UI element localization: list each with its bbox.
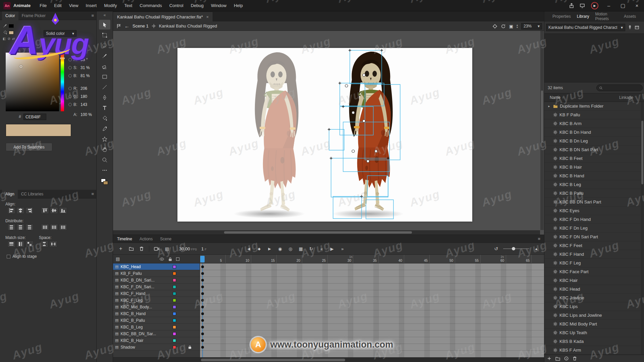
go-to-first-frame-button[interactable]: « [319,246,325,251]
layer-row[interactable]: ▤Shadow [113,344,200,351]
align-top-button[interactable] [41,207,49,214]
new-folder-button[interactable] [555,357,560,361]
menu-text[interactable]: Text [120,0,136,11]
layer-name[interactable]: KBC_Head [120,264,141,269]
align-to-stage-checkbox[interactable]: Align to stage [7,254,37,259]
g-radio[interactable] [68,95,72,98]
expander-icon[interactable]: ▸ [547,104,551,108]
breadcrumb-scene[interactable]: Scene 1 [132,23,149,28]
distribute-right-button[interactable] [59,224,67,231]
timeline-zoom-slider[interactable] [503,247,529,251]
tab-assets[interactable]: Assets [624,14,636,19]
sort-arrow-icon[interactable]: ↑ [562,96,564,100]
zoom-spin-down[interactable]: ▾ [517,26,518,28]
frame-row[interactable] [200,290,544,297]
zoom-level-select[interactable]: 23% ▾ [521,23,542,29]
match-width-button[interactable] [7,241,15,247]
color-gradient-cursor[interactable] [19,65,22,68]
stroke-color-icon[interactable] [3,23,7,28]
menu-file[interactable]: File [36,0,50,11]
delete-item-button[interactable] [573,356,577,361]
layer-row[interactable]: ▤KB_F_Pallu [113,270,200,277]
color-type-dropdown[interactable]: Solid color ▾ [44,30,76,37]
r-value[interactable]: 206 [80,86,87,91]
layer-color-chip[interactable] [173,319,176,322]
menu-edit[interactable]: Edit [50,0,65,11]
breadcrumb-symbol[interactable]: Kankaal Bahu Chudail Rigged [159,23,217,28]
b-radio[interactable] [68,74,72,77]
keyframe-dot[interactable] [201,286,204,288]
library-item[interactable]: KBC B Arm [544,119,644,128]
no-color-icon[interactable]: ⊘ [7,37,10,41]
library-item[interactable]: KBC F DN Sari Part [544,233,644,241]
align-center-h-button[interactable] [16,207,24,214]
new-library-panel-icon[interactable] [635,25,639,30]
hex-input[interactable] [23,114,46,120]
keyframe-dot[interactable] [201,312,204,315]
playhead-marker[interactable] [200,256,205,262]
frame-rate-control[interactable]: 30.00FPS [179,246,197,251]
test-movie-button[interactable]: ▶ [591,2,598,9]
layer-color-chip[interactable] [173,272,176,275]
stage-area[interactable] [113,31,544,235]
clip-content-icon[interactable]: ▣ [509,24,513,29]
default-colors-icon[interactable]: ◧ [3,37,6,41]
frame-row[interactable] [200,270,544,277]
keyframe-dot[interactable] [201,306,204,308]
match-height-button[interactable] [16,241,24,247]
reset-timeline-zoom-button[interactable]: ↺ [493,246,499,251]
layers-stack-icon[interactable]: ▤ [116,256,120,261]
keyframe-dot[interactable] [201,292,204,295]
column-name[interactable]: Name [550,95,560,100]
insert-keyframe-button[interactable]: ◆ [256,247,262,251]
layer-row[interactable]: ▤KBC_B_Pallu [113,317,200,324]
pen-tool[interactable] [99,93,110,102]
frame-row[interactable] [200,337,544,344]
layer-name[interactable]: KBC_BB_DN_Sar... [120,331,156,336]
checkbox-box[interactable] [7,255,10,258]
menu-help[interactable]: Help [230,0,247,11]
r-radio[interactable] [68,87,72,90]
layer-color-chip[interactable] [173,299,176,302]
s-value[interactable]: 31 % [80,65,90,70]
fill-color-chip[interactable] [9,31,14,35]
h-value[interactable]: 35 ° [80,57,88,62]
panel-menu-icon[interactable]: ≡ [538,236,541,241]
keyframe-dot[interactable] [201,339,204,342]
library-item[interactable]: KBC Up Teath [544,328,644,337]
library-item[interactable]: KBC B Dn Leg [544,137,644,145]
layer-row[interactable]: ▤KBC_B_Hand [113,310,200,317]
layer-name[interactable]: KBC_B_Hair [120,338,143,343]
add-to-swatches-button[interactable]: Add To Swatches [6,143,52,151]
layer-row[interactable]: ▤KBC_Head [113,263,200,270]
menu-view[interactable]: View [65,0,82,11]
layer-name[interactable]: KBC_B_Leg [120,325,143,329]
library-item[interactable]: ▸Duplicate Items Folder [544,102,644,111]
close-icon[interactable]: × [206,14,209,19]
space-horizontal-button[interactable] [49,241,57,247]
b2-radio[interactable] [68,103,72,106]
timeline-horizontal-scrollbar[interactable] [113,357,544,362]
layer-row[interactable]: ▤KBC_F_Hand [113,290,200,297]
layer-color-chip[interactable] [173,279,176,282]
tab-motion-presets[interactable]: Motion Presets [595,12,618,21]
frame-row[interactable] [200,324,544,330]
stage-horizontal-scrollbar[interactable] [113,230,540,235]
s-radio[interactable] [68,66,72,69]
show-hide-all-icon[interactable] [159,257,164,261]
library-item[interactable]: KBC BB DN Sari Part [544,198,644,206]
layer-name[interactable]: KBC_Mid_Body... [120,305,152,309]
layer-name[interactable]: KBC_B_Pallu [120,318,145,323]
eraser-tool[interactable] [99,61,110,71]
layer-name[interactable]: KBC_B_DN_Sari... [120,278,154,283]
h-radio[interactable] [68,58,72,61]
polystar-tool[interactable] [99,134,110,144]
layer-row[interactable]: ▤KBC_F_Leg [113,297,200,304]
scrollbar-thumb[interactable] [201,359,345,361]
library-item[interactable]: KBC B Hair [544,163,644,172]
go-to-last-frame-button[interactable]: » [339,246,345,251]
align-right-button[interactable] [25,207,34,214]
frame-row[interactable] [200,330,544,337]
library-item[interactable]: KBC B Pallu [544,189,644,198]
frame-size-icon[interactable]: ▲ [533,247,539,251]
